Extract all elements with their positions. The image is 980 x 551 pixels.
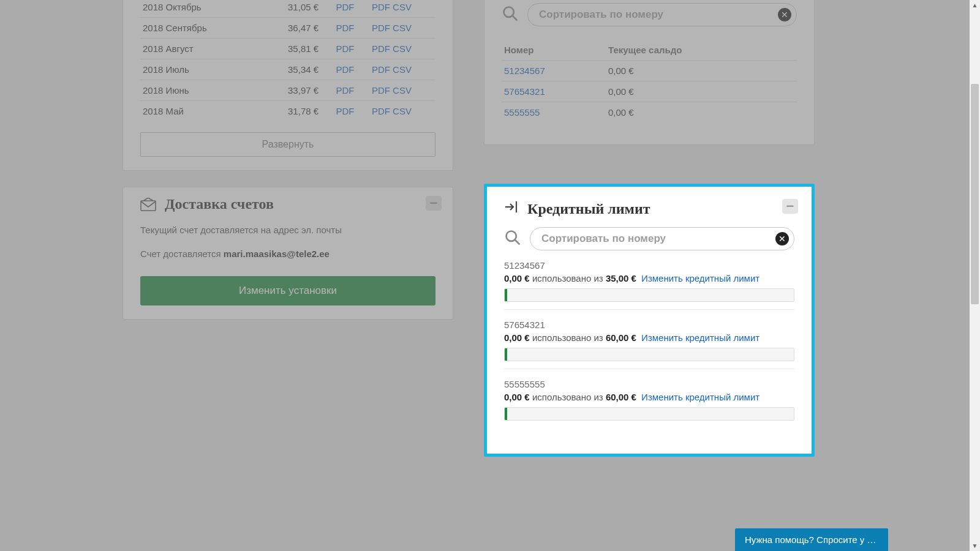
scroll-track[interactable] [970,10,980,541]
help-tab[interactable]: Нужна помощь? Спросите у консул... [735,528,888,551]
scroll-thumb[interactable] [971,84,979,304]
credit-usage: 0,00 € использовано из 60,00 € Изменить … [504,392,794,402]
credit-number: 55555555 [504,379,794,389]
invoice-period: 2018 Май [140,101,266,122]
invoice-pdf-link[interactable]: PDF [336,85,355,96]
credit-number: 57654321 [504,320,794,330]
search-icon [504,229,521,249]
collapse-icon[interactable]: − [782,199,798,214]
balance-value: 0,00 € [606,61,797,81]
invoice-csv-link[interactable]: CSV [393,106,412,116]
invoice-row: 2018 Июнь33,97 €PDFPDF CSV [140,80,435,101]
invoice-amount: 35,81 € [266,39,321,59]
balances-col-number: Номер [502,40,606,61]
balance-row: 512345670,00 € [502,61,797,81]
credit-bar [504,288,794,302]
invoice-pdf-link[interactable]: PDF [336,106,355,116]
clear-icon[interactable]: ✕ [775,232,789,246]
balances-search-input[interactable] [539,9,772,21]
change-credit-link[interactable]: Изменить кредитный лимит [641,273,760,283]
invoice-row: 2018 Июль35,34 €PDFPDF CSV [140,59,435,80]
invoice-period: 2018 Июль [140,59,266,80]
credit-limit-panel: − Кредитный лимит ✕ 512345670,00 € испол [484,184,815,457]
change-credit-link[interactable]: Изменить кредитный лимит [641,332,760,343]
invoice-pdf-link[interactable]: PDF [372,64,390,75]
invoice-pdf-link[interactable]: PDF [336,43,355,54]
invoice-amount: 35,34 € [266,59,321,80]
invoice-period: 2018 Август [140,39,266,59]
invoice-csv-link[interactable]: CSV [393,43,412,54]
invoice-pdf-link[interactable]: PDF [372,2,390,12]
balance-row: 55555550,00 € [502,102,797,123]
balances-col-balance: Текущее сальдо [606,40,797,61]
invoices-table: 2018 Октябрь31,05 €PDFPDF CSV2018 Сентяб… [140,0,435,121]
credit-usage: 0,00 € использовано из 35,00 € Изменить … [504,273,794,283]
change-credit-link[interactable]: Изменить кредитный лимит [641,392,760,402]
invoice-csv-link[interactable]: CSV [393,2,412,12]
expand-button[interactable]: Развернуть [140,132,435,157]
invoice-row: 2018 Август35,81 €PDFPDF CSV [140,39,435,59]
scroll-up-icon[interactable]: ▲ [970,0,980,10]
credit-usage: 0,00 € использовано из 60,00 € Изменить … [504,332,794,343]
balances-search[interactable]: ✕ [527,3,797,26]
balance-value: 0,00 € [606,102,797,123]
invoice-pdf-link[interactable]: PDF [372,85,390,96]
invoices-panel: 2018 Октябрь31,05 €PDFPDF CSV2018 Сентяб… [123,0,453,171]
invoice-amount: 33,97 € [266,80,321,101]
invoice-pdf-link[interactable]: PDF [372,43,390,54]
credit-item: 576543210,00 € использовано из 60,00 € И… [504,320,794,369]
balances-panel: ✕ Номер Текущее сальдо 512345670,00 €576… [484,0,815,145]
mail-icon [140,198,156,211]
delivery-title: Доставка счетов [140,196,435,212]
scrollbar[interactable]: ▲ ▼ [970,0,980,551]
invoice-pdf-link[interactable]: PDF [336,2,355,12]
balance-number-link[interactable]: 5555555 [504,107,540,118]
balance-number-link[interactable]: 51234567 [504,66,545,76]
credit-item: 555555550,00 € использовано из 60,00 € И… [504,379,794,428]
credit-item: 512345670,00 € использовано из 35,00 € И… [504,260,794,310]
invoice-pdf-link[interactable]: PDF [336,64,355,75]
credit-bar [504,407,794,421]
balance-row: 576543210,00 € [502,81,797,102]
invoice-period: 2018 Сентябрь [140,18,266,39]
balance-number-link[interactable]: 57654321 [504,86,545,97]
invoice-csv-link[interactable]: CSV [393,64,412,75]
clear-icon[interactable]: ✕ [778,8,791,21]
invoice-period: 2018 Октябрь [140,0,266,18]
invoice-pdf-link[interactable]: PDF [336,23,355,33]
invoice-pdf-link[interactable]: PDF [372,23,390,33]
invoice-amount: 36,47 € [266,18,321,39]
limit-icon [504,200,520,217]
invoice-pdf-link[interactable]: PDF [372,106,390,116]
balances-table: Номер Текущее сальдо 512345670,00 €57654… [502,40,797,122]
search-icon [502,5,519,24]
delivery-email: mari.maasikas@tele2.ee [224,249,330,259]
credit-title: Кредитный лимит [504,200,794,217]
credit-bar [504,348,794,361]
delivery-line2: Счет доставляется mari.maasikas@tele2.ee [140,247,435,260]
invoice-period: 2018 Июнь [140,80,266,101]
svg-rect-0 [141,201,156,211]
invoice-csv-link[interactable]: CSV [393,85,412,96]
collapse-icon[interactable]: − [426,196,442,211]
delivery-line1: Текущий счет доставляется на адрес эл. п… [140,223,435,236]
invoice-row: 2018 Октябрь31,05 €PDFPDF CSV [140,0,435,18]
credit-search[interactable]: ✕ [530,227,794,250]
invoice-amount: 31,05 € [266,0,321,18]
balance-value: 0,00 € [606,81,797,102]
invoice-row: 2018 Май31,78 €PDFPDF CSV [140,101,435,122]
change-delivery-button[interactable]: Изменить установки [140,276,435,305]
invoice-amount: 31,78 € [266,101,321,122]
invoice-csv-link[interactable]: CSV [393,23,412,33]
scroll-down-icon[interactable]: ▼ [970,541,980,551]
delivery-panel: − Доставка счетов Текущий счет доставляе… [123,187,453,320]
credit-search-input[interactable] [541,233,769,245]
invoice-row: 2018 Сентябрь36,47 €PDFPDF CSV [140,18,435,39]
credit-number: 51234567 [504,260,794,271]
